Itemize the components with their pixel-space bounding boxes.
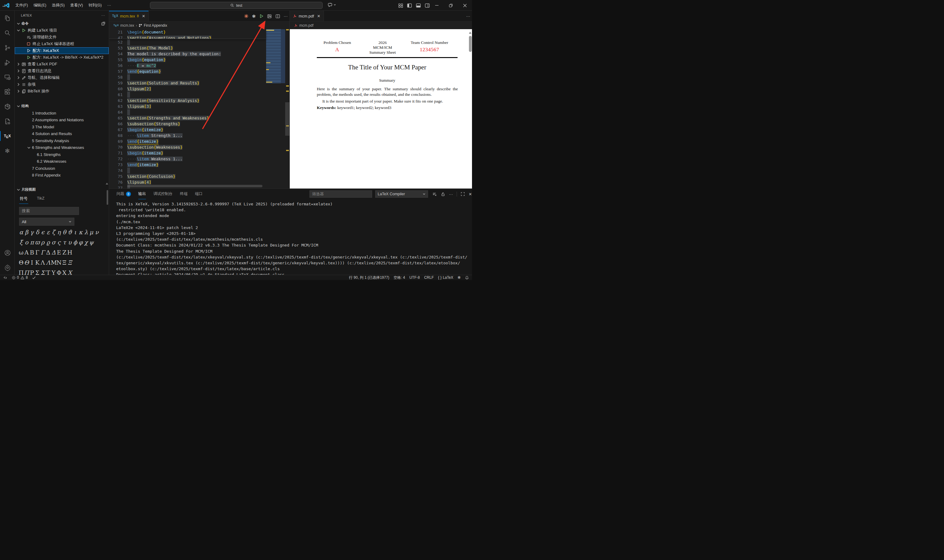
symbol-cell[interactable]: ς <box>56 238 62 246</box>
symbol-cell[interactable]: A <box>24 249 29 256</box>
code-line[interactable]: 71\begin{itemize} <box>109 150 290 156</box>
vertical-scrollbar[interactable] <box>285 102 290 136</box>
symbol-cell[interactable]: μ <box>89 228 94 236</box>
breadcrumb[interactable]: mcm.pdf <box>290 22 472 29</box>
code-line[interactable]: 72····\item Weakness 1... <box>109 156 290 162</box>
build-project-icon[interactable] <box>259 14 264 18</box>
chevron-right-icon[interactable] <box>16 75 21 80</box>
symbol-cell[interactable]: P <box>29 269 35 275</box>
symbol-cell[interactable]: Z <box>62 249 67 256</box>
section-structure[interactable]: 结构 <box>15 103 109 109</box>
chatgpt-icon[interactable]: ✻ <box>252 14 256 19</box>
code-line[interactable]: 60\lipsum[2] <box>109 86 290 92</box>
view-latex-pdf-icon[interactable] <box>267 14 272 19</box>
minimize-button[interactable] <box>430 0 444 11</box>
symbol-cell[interactable]: ϑ <box>67 228 72 236</box>
pdf-scroll-up-arrow[interactable] <box>469 32 471 34</box>
symbol-cell[interactable]: λ <box>83 228 89 236</box>
symbol-cell[interactable]: Λ <box>45 259 51 266</box>
activity-chatgpt[interactable]: ✻ <box>0 143 15 158</box>
panel-tab-端口[interactable]: 端口 <box>195 189 203 199</box>
clear-output-icon[interactable] <box>432 192 437 197</box>
close-button[interactable] <box>458 0 472 11</box>
maximize-panel-icon[interactable] <box>461 192 465 196</box>
restore-button[interactable] <box>444 0 458 11</box>
panel-tab-问题[interactable]: 问题8 <box>116 189 131 199</box>
code-editor[interactable]: 21\begin{document}47\section{Assumptions… <box>109 29 290 189</box>
symbol-cell[interactable]: υ <box>67 238 72 246</box>
unlock-icon[interactable] <box>441 192 445 197</box>
remote-indicator[interactable] <box>0 275 9 280</box>
chevron-right-icon[interactable] <box>16 68 21 73</box>
symbol-cell[interactable]: ν <box>94 228 100 236</box>
command-center-search[interactable]: test <box>150 2 322 9</box>
symbol-cell[interactable]: β <box>24 228 29 236</box>
pdf-viewer[interactable]: Problem Chosen A 2026MCM/ICMSummary Shee… <box>290 29 472 189</box>
symbol-cell[interactable]: ι <box>72 228 78 236</box>
activity-extensions[interactable] <box>0 85 15 99</box>
symbol-cell[interactable]: I <box>29 259 35 266</box>
structure-item[interactable]: 2 Assumptions and Notations <box>15 117 109 124</box>
structure-item[interactable]: 7 Conclusion <box>15 165 109 172</box>
symbol-cell[interactable]: Π <box>24 269 29 275</box>
code-line[interactable]: 62\section{Sensitivity Analysis} <box>109 98 290 103</box>
menu-g[interactable]: 转到(G) <box>86 2 105 9</box>
chevron-right-icon[interactable] <box>16 82 21 87</box>
symbol-cell[interactable]: γ <box>29 228 35 236</box>
symbol-cell[interactable]: τ <box>62 238 67 246</box>
section-snippets[interactable]: 片段视图 <box>15 186 109 193</box>
symbol-cell[interactable]: ρ <box>40 238 45 246</box>
symbol-cell[interactable]: Δ <box>51 249 57 256</box>
symbol-cell[interactable]: ϖ <box>35 238 40 246</box>
symbol-cell[interactable]: ϱ <box>45 238 51 246</box>
snippet-tab-符号[interactable]: 符号 <box>19 194 28 204</box>
horizontal-scrollbar[interactable] <box>127 185 262 187</box>
symbol-cell[interactable]: χ <box>83 238 89 246</box>
symbol-cell[interactable]: M <box>51 259 57 266</box>
code-line[interactable]: 70\subsection{Weaknesses} <box>109 144 290 150</box>
symbol-cell[interactable]: B <box>29 249 35 256</box>
command-item[interactable]: 杂项 <box>15 81 109 88</box>
symbol-search-input[interactable]: 搜索 <box>19 207 79 215</box>
menu-s[interactable]: 选择(S) <box>49 2 68 9</box>
menu-f[interactable]: 文件(F) <box>12 2 31 9</box>
symbol-cell[interactable]: Ξ <box>67 259 72 266</box>
symbol-cell[interactable]: ο <box>24 238 29 246</box>
command-item[interactable]: 导航、选择和编辑 <box>15 74 109 81</box>
symbol-cell[interactable]: ω <box>19 249 24 256</box>
symbol-cell[interactable]: π <box>29 238 35 246</box>
symbol-cell[interactable]: ϵ <box>40 228 45 236</box>
symbol-category-select[interactable]: All <box>19 218 74 226</box>
toggle-secondary-sidebar-icon[interactable] <box>425 3 430 8</box>
activity-source-control[interactable] <box>0 40 15 55</box>
symbol-cell[interactable]: E <box>56 249 62 256</box>
code-line[interactable]: 47\section{Assumptions and Notations} <box>109 35 266 39</box>
command-item[interactable]: 构建 LaTeX 项目 <box>15 27 109 34</box>
scroll-up-arrow[interactable] <box>106 183 108 185</box>
toggle-sidebar-icon[interactable] <box>407 3 412 8</box>
copilot-chat-button[interactable] <box>328 2 336 8</box>
code-line[interactable]: 76\lipsum[4] <box>109 179 290 185</box>
output-console[interactable]: This is XeTeX, Version 3.141592653-2.6-0… <box>116 201 471 275</box>
nav-forward-button[interactable]: → <box>0 0 8 11</box>
symbol-cell[interactable]: Γ <box>40 249 45 256</box>
code-line[interactable]: 68····\item Strength 1... <box>109 132 290 138</box>
problems-indicator[interactable]: 0 8 <box>9 275 30 280</box>
chatgpt-status-icon[interactable]: ✻ <box>455 275 463 280</box>
code-line[interactable]: 54The model is described by the equation… <box>109 51 290 57</box>
code-line[interactable]: 57\end{equation} <box>109 68 290 74</box>
symbol-cell[interactable]: T <box>45 269 51 275</box>
code-line[interactable]: 55\begin{equation} <box>109 57 290 63</box>
symbol-cell[interactable]: Φ <box>56 269 62 275</box>
symbol-cell[interactable]: Θ <box>19 259 24 266</box>
structure-item[interactable]: 8 First Appendix <box>15 172 109 179</box>
language-mode[interactable]: { }LaTeX <box>436 275 455 280</box>
menu-overflow[interactable]: ··· <box>105 2 114 9</box>
menu-v[interactable]: 查看(V) <box>67 2 86 9</box>
code-line[interactable]: 56····E = mc^2 <box>109 63 290 68</box>
snippet-tab-tikz[interactable]: TikZ <box>36 194 45 204</box>
latex-build-status[interactable] <box>30 275 38 280</box>
command-item[interactable]: 查看日志消息 <box>15 68 109 74</box>
activity-latex-workshop[interactable]: TEX <box>0 129 15 143</box>
symbol-cell[interactable]: Π <box>19 269 24 275</box>
